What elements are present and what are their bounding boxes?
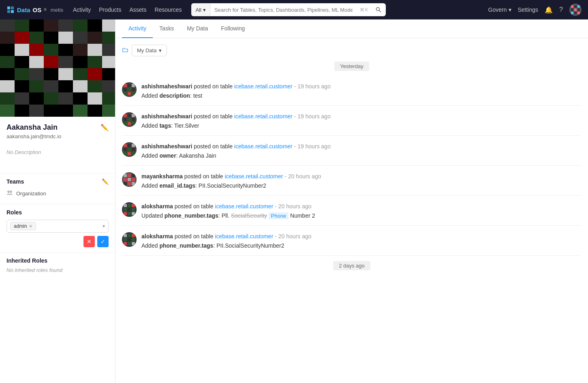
activity-item: ashishmaheshwari posted on table icebase… — [122, 106, 582, 136]
roles-dropdown-arrow[interactable]: ▾ — [103, 223, 105, 229]
svg-rect-117 — [124, 178, 127, 181]
svg-rect-24 — [102, 19, 115, 32]
logo[interactable]: DataOS® metis — [6, 6, 63, 14]
activity-link[interactable]: icebase.retail.customer — [225, 173, 283, 180]
svg-rect-30 — [73, 32, 88, 44]
svg-rect-90 — [124, 92, 127, 95]
cancel-roles-button[interactable]: ✕ — [83, 236, 95, 247]
svg-rect-136 — [132, 234, 135, 237]
inherited-roles-title: Inherited Roles — [6, 257, 109, 264]
tab-tasks[interactable]: Tasks — [153, 19, 180, 38]
govern-dropdown[interactable]: Govern ▾ — [488, 6, 511, 13]
user-avatar[interactable] — [569, 4, 582, 16]
search-filter-label: All — [195, 7, 201, 13]
svg-rect-124 — [124, 204, 127, 207]
svg-rect-52 — [44, 68, 58, 80]
yesterday-separator: Yesterday — [122, 63, 582, 69]
svg-rect-40 — [102, 44, 115, 56]
svg-rect-53 — [58, 68, 73, 80]
svg-rect-33 — [0, 44, 15, 56]
nav-links: Activity Products Assets Resources — [73, 6, 182, 13]
tab-my-data[interactable]: My Data — [180, 19, 214, 38]
tab-following[interactable]: Following — [214, 19, 251, 38]
search-input[interactable] — [210, 3, 357, 16]
nav-assets[interactable]: Assets — [130, 6, 147, 13]
my-data-filter[interactable]: My Data ▾ — [132, 45, 167, 56]
edit-teams-button[interactable]: ✏️ — [102, 178, 109, 185]
banner-pixel-art — [0, 19, 115, 117]
profile-email: aakansha.jain@tmdc.io — [6, 133, 109, 139]
activity-link[interactable]: icebase.retail.customer — [215, 233, 273, 240]
svg-rect-77 — [58, 105, 73, 117]
svg-rect-112 — [132, 152, 135, 155]
teams-label: Teams — [6, 178, 24, 185]
activity-text: ashishmaheshwari posted on table icebase… — [141, 112, 582, 121]
svg-rect-132 — [132, 212, 135, 215]
svg-rect-64 — [102, 80, 115, 92]
svg-rect-88 — [128, 88, 131, 91]
role-tag-label: admin — [14, 223, 27, 229]
activity-time: - 20 hours ago — [284, 173, 321, 180]
activity-link[interactable]: icebase.retail.customer — [234, 83, 293, 90]
activity-link[interactable]: icebase.retail.customer — [215, 203, 273, 210]
search-filter-dropdown[interactable]: All ▾ — [191, 3, 210, 16]
svg-rect-35 — [29, 44, 44, 56]
remove-role-button[interactable]: ✕ — [29, 224, 32, 229]
activity-username: aloksharma — [141, 233, 173, 240]
svg-rect-98 — [128, 118, 131, 121]
svg-rect-15 — [577, 12, 580, 14]
two-days-ago-label: 2 days ago — [333, 261, 370, 270]
organization-row: Organization — [6, 188, 109, 199]
govern-label: Govern — [488, 6, 507, 13]
svg-rect-107 — [124, 148, 127, 151]
svg-rect-46 — [73, 56, 88, 68]
help-button[interactable]: ? — [559, 6, 563, 13]
settings-link[interactable]: Settings — [518, 6, 539, 13]
svg-rect-74 — [15, 105, 29, 117]
svg-rect-8 — [574, 5, 577, 8]
activity-text: mayanksharma posted on table icebase.ret… — [141, 172, 582, 181]
profile-name-row: Aakansha Jain ✏️ — [6, 123, 109, 132]
svg-rect-72 — [102, 92, 115, 105]
highlight-tag: Phone — [269, 212, 289, 219]
tab-activity[interactable]: Activity — [122, 19, 153, 38]
svg-rect-110 — [124, 152, 127, 155]
svg-point-81 — [8, 191, 9, 193]
svg-rect-34 — [15, 44, 29, 56]
activity-body: aloksharma posted on table icebase.retai… — [141, 202, 582, 219]
svg-rect-130 — [124, 212, 127, 215]
main-content: Activity Tasks My Data Following My Data… — [115, 19, 588, 383]
svg-rect-85 — [128, 84, 131, 87]
activity-body: aloksharma posted on table icebase.retai… — [141, 232, 582, 249]
svg-rect-27 — [29, 32, 44, 44]
keyboard-shortcut: ⌘K — [357, 7, 371, 13]
brand-os: OS — [33, 6, 42, 13]
two-days-ago-separator: 2 days ago — [122, 262, 582, 269]
yesterday-label: Yesterday — [334, 62, 369, 71]
svg-rect-91 — [128, 92, 131, 95]
roles-input[interactable]: admin ✕ ▾ — [6, 220, 109, 233]
chevron-down-icon: ▾ — [509, 6, 511, 13]
svg-rect-17 — [0, 19, 15, 32]
svg-rect-38 — [73, 44, 88, 56]
svg-rect-116 — [132, 174, 135, 177]
roles-actions: ✕ ✓ — [6, 236, 109, 247]
nav-resources[interactable]: Resources — [155, 6, 182, 13]
search-button[interactable] — [371, 3, 386, 16]
activity-username: aloksharma — [141, 203, 173, 210]
strikethrough-text: SocialSecurity — [231, 212, 267, 219]
avatar-icon — [569, 4, 582, 16]
admin-role-tag[interactable]: admin ✕ — [10, 222, 36, 230]
svg-rect-65 — [0, 92, 15, 105]
activity-link[interactable]: icebase.retail.customer — [234, 113, 293, 120]
confirm-roles-button[interactable]: ✓ — [97, 236, 109, 247]
nav-activity[interactable]: Activity — [73, 6, 91, 13]
svg-rect-128 — [128, 208, 131, 211]
activity-link[interactable]: icebase.retail.customer — [234, 143, 293, 150]
edit-profile-button[interactable]: ✏️ — [100, 124, 109, 131]
notifications-button[interactable]: 🔔 — [545, 6, 553, 14]
svg-rect-22 — [73, 19, 88, 32]
activity-detail: Updated phone_number.tags: Pll. SocialSe… — [141, 212, 582, 219]
activity-time: - 20 hours ago — [275, 233, 311, 240]
nav-products[interactable]: Products — [99, 6, 121, 13]
